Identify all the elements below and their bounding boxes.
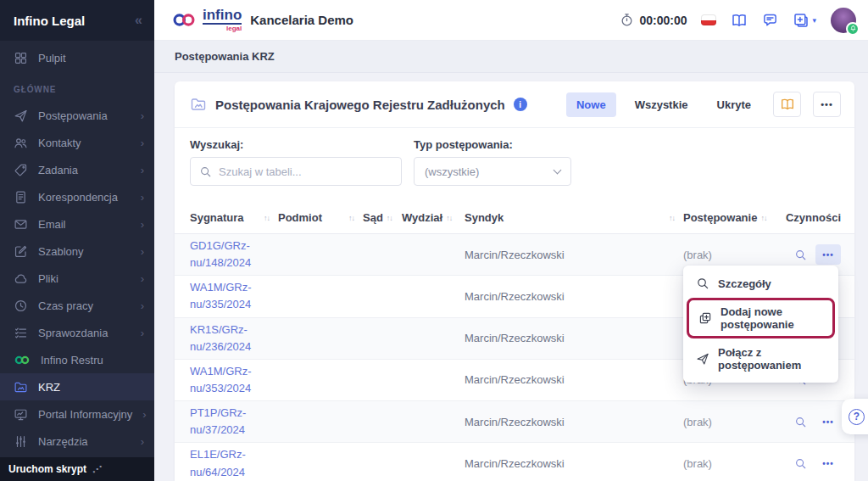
chevron-right-icon: › <box>141 245 144 258</box>
sort-icon[interactable]: ↑↓ <box>669 214 675 222</box>
menu-item-dodaj-nowe-postepowanie[interactable]: Dodaj nowe postępowanie <box>689 300 832 336</box>
folder-image-icon <box>190 96 207 113</box>
sort-icon[interactable]: ↑↓ <box>264 214 270 222</box>
column-header-postepowanie[interactable]: Postępowanie ↑↓ <box>683 211 775 224</box>
sidebar-item-label: Korespondencja <box>38 191 131 204</box>
sidebar-item-label: Portal Informacyjny <box>38 408 132 421</box>
poland-flag-icon[interactable] <box>701 14 716 25</box>
sort-icon[interactable]: ↑↓ <box>760 214 766 222</box>
menu-item-szczegoly[interactable]: Szczegóły <box>683 270 838 297</box>
view-tab-ukryte[interactable]: Ukryte <box>707 92 761 117</box>
search-box <box>190 157 402 186</box>
sidebar-item-korespondencja[interactable]: Korespondencja › <box>0 183 154 210</box>
report-list-icon <box>14 326 28 340</box>
sidebar-item-krz[interactable]: KRZ <box>0 373 154 400</box>
messages-button[interactable] <box>762 12 778 28</box>
sidebar-item-szablony[interactable]: Szablony › <box>0 238 154 265</box>
case-signature-link[interactable]: GD1G/GRz-nu/148/2024 <box>190 238 278 271</box>
sidebar-item-kontakty[interactable]: Kontakty › <box>0 129 154 156</box>
case-signature-link[interactable]: WA1M/GRz-nu/353/2024 <box>190 363 278 397</box>
sidebar-item-czas-pracy[interactable]: Czas pracy › <box>0 292 154 319</box>
chevron-right-icon: › <box>141 137 144 149</box>
row-actions-button[interactable]: ••• <box>815 411 841 432</box>
column-label: Sygnatura <box>190 211 244 224</box>
sidebar-item-label: Narzędzia <box>38 435 131 448</box>
view-tab-wszystkie[interactable]: Wszystkie <box>625 92 698 117</box>
paper-plane-icon <box>14 109 28 123</box>
row-actions-button[interactable]: ••• <box>815 244 841 265</box>
users-icon <box>14 136 28 150</box>
row-details-button[interactable] <box>790 411 810 432</box>
ellipsis-icon: ••• <box>821 99 833 109</box>
manual-button[interactable] <box>773 92 801 117</box>
column-header-podmiot[interactable]: Podmiot ↑↓ <box>278 211 363 224</box>
panel-title: Postępowania Krajowego Rejestru Zadłużon… <box>215 98 505 112</box>
sidebar-collapse-button[interactable]: « <box>135 13 142 28</box>
sort-icon[interactable]: ↑↓ <box>387 214 392 222</box>
caret-down-icon: ▾ <box>812 16 816 25</box>
stopwatch-icon <box>620 13 634 27</box>
sidebar-item-pulpit[interactable]: Pulpit <box>0 44 154 71</box>
sidebar-item-narzedzia[interactable]: Narzędzia › <box>0 428 154 455</box>
case-signature-link[interactable]: EL1E/GRz-nu/64/2024 <box>190 446 278 480</box>
view-tab-nowe[interactable]: Nowe <box>566 92 616 117</box>
info-icon[interactable]: i <box>514 98 527 111</box>
sidebar-item-label: KRZ <box>38 381 144 394</box>
annotation-highlight-box: Dodaj nowe postępowanie <box>687 298 835 338</box>
topbar: infino legal Kancelaria Demo 00:00:00 <box>154 0 868 41</box>
column-header-sygnatura[interactable]: Sygnatura ↑↓ <box>190 211 278 224</box>
column-header-wydzial[interactable]: Wydział ↑↓ <box>402 211 465 224</box>
sidebar-item-sprawozdania[interactable]: Sprawozdania › <box>0 319 154 346</box>
menu-item-label: Połącz z postępowaniem <box>718 346 826 372</box>
search-input[interactable] <box>219 165 392 178</box>
book-icon <box>731 12 748 29</box>
sidebar-item-label: Email <box>38 218 131 231</box>
knowledge-base-button[interactable] <box>731 12 748 29</box>
sidebar: Infino Legal « Pulpit GŁÓWNE Postępowani… <box>0 0 154 481</box>
chevron-right-icon: › <box>141 435 144 448</box>
row-details-button[interactable] <box>790 244 810 265</box>
notification-badge <box>846 22 860 36</box>
sidebar-item-label: Postępowania <box>38 109 131 122</box>
sidebar-item-infino-restru[interactable]: Infino Restru <box>0 346 154 373</box>
chevron-right-icon: › <box>141 272 144 285</box>
case-signature-link[interactable]: WA1M/GRz-nu/335/2024 <box>190 279 278 313</box>
help-widget[interactable]: ? <box>842 399 868 434</box>
column-header-syndyk[interactable]: Syndyk ↑↓ <box>465 211 683 224</box>
tag-icon <box>14 163 28 177</box>
menu-item-polacz-z-postepowaniem[interactable]: Połącz z postępowaniem <box>683 339 838 378</box>
row-details-button[interactable] <box>790 454 810 474</box>
work-timer[interactable]: 00:00:00 <box>620 13 687 27</box>
add-square-icon <box>793 12 810 29</box>
infino-logo[interactable]: infino legal <box>171 8 242 32</box>
user-avatar[interactable] <box>831 8 856 33</box>
sidebar-item-zadania[interactable]: Zadania › <box>0 156 154 183</box>
search-label: Wyszukaj: <box>190 138 402 151</box>
sidebar-item-pliki[interactable]: Pliki › <box>0 265 154 292</box>
sort-icon[interactable]: ↑↓ <box>348 214 354 222</box>
quick-add-button[interactable]: ▾ <box>793 12 816 29</box>
sidebar-item-portal-informacyjny[interactable]: Portal Informacyjny › <box>0 400 154 428</box>
paper-plane-icon <box>696 352 709 366</box>
sidebar-item-label: Szablony <box>38 245 131 258</box>
breadcrumb: Postępowania KRZ <box>154 41 868 73</box>
sort-icon[interactable]: ↑↓ <box>446 214 452 222</box>
case-signature-link[interactable]: KR1S/GRz-nu/236/2024 <box>190 322 278 355</box>
column-label: Sąd <box>363 211 383 224</box>
run-script-bar[interactable]: Uruchom skrypt ⋰ <box>0 457 154 481</box>
dashboard-icon <box>14 51 28 65</box>
cell-czynnosci: ••• <box>775 454 841 474</box>
envelope-icon <box>14 217 28 232</box>
row-actions-button[interactable]: ••• <box>815 454 841 474</box>
book-icon <box>780 97 795 112</box>
sidebar-item-email[interactable]: Email › <box>0 210 154 238</box>
case-signature-link[interactable]: PT1P/GRz-nu/37/2024 <box>190 405 278 439</box>
sidebar-item-postepowania[interactable]: Postępowania › <box>0 102 154 129</box>
panel-more-button[interactable]: ••• <box>813 92 841 117</box>
column-label: Czynności <box>786 211 841 224</box>
menu-item-label: Szczegóły <box>718 277 771 290</box>
brand-title: Infino Legal <box>14 14 135 28</box>
template-edit-icon <box>14 244 28 259</box>
column-header-sad[interactable]: Sąd ↑↓ <box>363 211 402 224</box>
type-select[interactable]: (wszystkie) <box>414 157 571 186</box>
